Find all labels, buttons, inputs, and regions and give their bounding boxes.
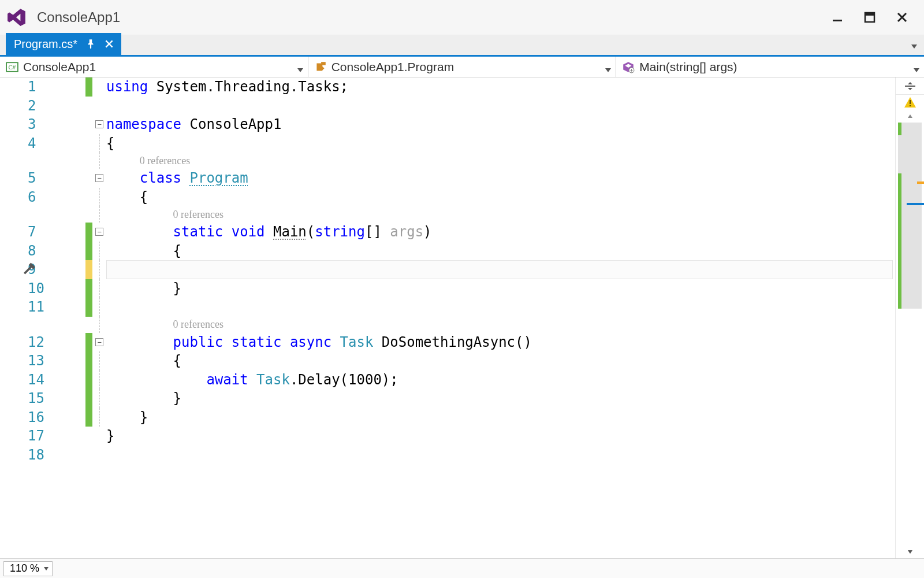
chevron-down-icon: [914, 61, 919, 75]
zoom-level-label: 110 %: [10, 562, 39, 575]
nav-class-dropdown[interactable]: ConsoleApp1.Program: [308, 57, 617, 77]
quick-actions-icon[interactable]: [21, 261, 38, 279]
split-editor-icon[interactable]: [896, 77, 924, 95]
line-number: 7: [28, 224, 36, 240]
glyph-margin[interactable]: [0, 77, 28, 558]
warning-indicator-icon[interactable]: [896, 95, 924, 110]
title-bar: ConsoleApp1: [0, 0, 924, 35]
file-tab-label: Program.cs*: [14, 38, 77, 51]
close-button[interactable]: [886, 6, 918, 29]
chevron-down-icon: [605, 61, 611, 75]
chevron-down-icon: [44, 567, 49, 570]
scroll-up-icon[interactable]: [896, 110, 924, 123]
chevron-down-icon: [297, 61, 303, 75]
code-editor[interactable]: 1 2 3 4 5 6 7 8 9 10 11 12 13 14 15 16 1…: [0, 77, 924, 558]
line-number: 15: [28, 390, 44, 406]
codelens-references[interactable]: 0 references: [173, 209, 223, 221]
line-number: 14: [28, 372, 44, 388]
fold-toggle-icon[interactable]: −: [95, 174, 103, 182]
zoom-level-dropdown[interactable]: 110 %: [3, 561, 53, 576]
maximize-button[interactable]: [854, 6, 886, 29]
code-text-area[interactable]: using System.Threading.Tasks; namespace …: [106, 77, 895, 558]
document-tab-strip: Program.cs*: [0, 35, 924, 57]
fold-toggle-icon[interactable]: −: [95, 228, 103, 236]
line-number: 8: [28, 243, 36, 259]
line-number: 18: [28, 447, 44, 463]
line-number: 12: [28, 334, 44, 350]
scroll-down-icon[interactable]: [896, 546, 924, 558]
visual-studio-logo-icon: [7, 8, 27, 27]
line-number: 13: [28, 353, 44, 369]
line-number: 11: [28, 299, 44, 315]
svg-rect-0: [833, 20, 842, 21]
method-icon: [622, 61, 635, 73]
line-number: 16: [28, 409, 44, 425]
scroll-map[interactable]: [898, 123, 922, 546]
line-number: 10: [28, 280, 44, 297]
line-number-gutter: 1 2 3 4 5 6 7 8 9 10 11 12 13 14 15 16 1…: [28, 77, 85, 558]
vertical-scrollbar-map[interactable]: [895, 77, 924, 558]
class-icon: [314, 61, 327, 73]
minimize-button[interactable]: [821, 6, 854, 29]
codelens-references[interactable]: 0 references: [173, 318, 223, 331]
codelens-references[interactable]: 0 references: [140, 155, 190, 167]
fold-toggle-icon[interactable]: −: [95, 338, 103, 346]
line-number: 2: [28, 98, 36, 114]
svg-rect-7: [905, 86, 915, 87]
nav-project-dropdown[interactable]: C# ConsoleApp1: [0, 57, 308, 77]
svg-rect-2: [865, 13, 874, 16]
svg-rect-5: [321, 62, 326, 65]
nav-class-label: ConsoleApp1.Program: [331, 60, 454, 74]
line-number: 1: [28, 79, 36, 95]
tab-overflow-menu-icon[interactable]: [911, 40, 917, 51]
nav-member-label: Main(string[] args): [639, 60, 737, 74]
fold-toggle-icon[interactable]: −: [95, 120, 103, 128]
editor-status-bar: 110 %: [0, 558, 924, 578]
pin-tab-icon[interactable]: [85, 39, 96, 49]
line-number: 6: [28, 189, 36, 205]
svg-rect-9: [910, 105, 911, 106]
file-tab-program[interactable]: Program.cs*: [6, 33, 121, 55]
outlining-gutter[interactable]: − − − −: [92, 77, 106, 558]
nav-project-label: ConsoleApp1: [23, 60, 96, 74]
close-tab-icon[interactable]: [104, 39, 114, 49]
line-number: 17: [28, 428, 44, 444]
change-indicator-gutter: [85, 77, 92, 558]
csharp-project-icon: C#: [6, 61, 18, 73]
svg-rect-8: [910, 100, 911, 104]
navigation-bar: C# ConsoleApp1 ConsoleApp1.Program Main(…: [0, 57, 924, 77]
nav-member-dropdown[interactable]: Main(string[] args): [616, 57, 924, 77]
line-number: 5: [28, 170, 36, 186]
line-number: 3: [28, 116, 36, 132]
window-title: ConsoleApp1: [37, 9, 120, 25]
svg-text:C#: C#: [8, 64, 16, 71]
line-number: 4: [28, 135, 36, 151]
current-line-highlight: [106, 260, 893, 279]
